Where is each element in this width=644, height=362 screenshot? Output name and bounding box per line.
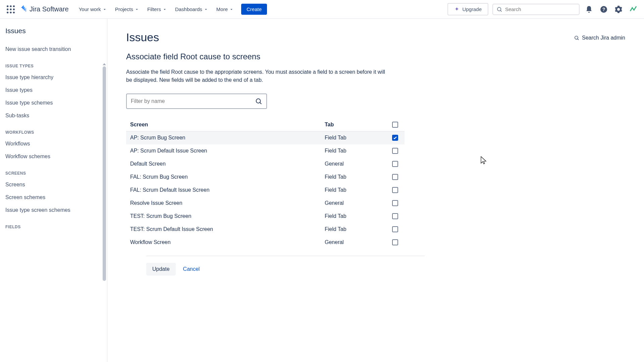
sidebar-item-workflows[interactable]: Workflows [0, 137, 107, 150]
sidebar-title: Issues [0, 27, 107, 43]
table-row: FAL: Scrum Default Issue ScreenField Tab [126, 184, 405, 197]
nav-item-more[interactable]: More [213, 4, 237, 14]
table-row: Resolve Issue ScreenGeneral [126, 197, 405, 210]
nav-label: Projects [115, 6, 133, 12]
cell-screen: TEST: Scrum Default Issue Screen [130, 226, 325, 232]
sparkle-icon [454, 7, 460, 12]
top-nav: Jira Software Your workProjectsFiltersDa… [0, 0, 644, 19]
chevron-down-icon [135, 7, 139, 12]
sidebar-group-issue-types: Issue types [0, 56, 107, 71]
settings-icon[interactable] [613, 4, 624, 15]
cell-tab: Field Tab [325, 148, 382, 154]
sidebar-group-screens: Screens [0, 163, 107, 178]
nav-item-dashboards[interactable]: Dashboards [172, 4, 212, 14]
scroll-up-icon[interactable] [102, 62, 106, 66]
cell-tab: General [325, 200, 382, 206]
notifications-icon[interactable] [584, 4, 594, 15]
page-title: Issues [126, 31, 625, 44]
search-icon[interactable] [255, 98, 262, 105]
row-checkbox[interactable] [392, 239, 398, 245]
main-content: Search Jira admin Issues Associate field… [107, 19, 644, 362]
quickstart-icon[interactable] [628, 4, 639, 15]
svg-line-10 [500, 10, 502, 12]
svg-point-8 [13, 11, 15, 13]
svg-point-0 [7, 5, 8, 7]
nav-label: Your work [79, 6, 101, 12]
svg-line-16 [260, 103, 262, 104]
sidebar-item-issue-type-hierarchy[interactable]: Issue type hierarchy [0, 71, 107, 84]
cell-tab: Field Tab [325, 213, 382, 219]
cell-screen: TEST: Scrum Bug Screen [130, 213, 325, 219]
sidebar-item-screens[interactable]: Screens [0, 178, 107, 191]
help-icon[interactable]: ? [598, 4, 609, 15]
svg-point-7 [10, 11, 11, 13]
nav-item-filters[interactable]: Filters [144, 4, 170, 14]
cell-screen: Resolve Issue Screen [130, 200, 325, 206]
admin-search-label: Search Jira admin [582, 35, 625, 41]
row-checkbox[interactable] [392, 148, 398, 154]
chevron-down-icon [229, 7, 234, 12]
page-description: Associate the field Root cause to the ap… [126, 68, 388, 84]
svg-point-4 [10, 8, 11, 10]
cell-tab: Field Tab [325, 174, 382, 180]
cancel-button[interactable]: Cancel [177, 263, 206, 276]
svg-point-6 [7, 11, 8, 13]
th-tab: Tab [325, 122, 382, 128]
nav-item-your-work[interactable]: Your work [75, 4, 110, 14]
scroll-thumb[interactable] [103, 66, 106, 281]
search-jira-admin[interactable]: Search Jira admin [574, 35, 625, 41]
sidebar-item-issue-type-schemes[interactable]: Issue type schemes [0, 97, 107, 109]
cell-tab: Field Tab [325, 226, 382, 232]
row-checkbox[interactable] [392, 161, 398, 167]
row-checkbox[interactable] [392, 135, 398, 141]
jira-logo[interactable]: Jira Software [19, 5, 69, 13]
svg-line-14 [578, 39, 579, 40]
cell-screen: AP: Scrum Bug Screen [130, 135, 325, 141]
table-row: FAL: Scrum Bug ScreenField Tab [126, 171, 405, 184]
sidebar-item-issue-type-screen-schemes[interactable]: Issue type screen schemes [0, 204, 107, 217]
table-row: Default ScreenGeneral [126, 158, 405, 171]
cell-screen: FAL: Scrum Bug Screen [130, 174, 325, 180]
sidebar-scrollbar[interactable] [102, 62, 107, 362]
sidebar-item-sub-tasks[interactable]: Sub-tasks [0, 109, 107, 122]
table-row: AP: Scrum Bug ScreenField Tab [126, 131, 405, 144]
row-checkbox[interactable] [392, 187, 398, 193]
svg-point-13 [575, 36, 578, 39]
th-screen: Screen [130, 122, 325, 128]
update-button[interactable]: Update [146, 263, 176, 276]
global-search-input[interactable] [505, 6, 576, 12]
topnav-right: Upgrade ? [447, 3, 639, 15]
chevron-down-icon [162, 7, 167, 12]
sidebar-link-new-issue-search[interactable]: New issue search transition [0, 43, 107, 56]
filter-input[interactable] [131, 98, 255, 104]
row-checkbox[interactable] [392, 200, 398, 206]
jira-logo-text: Jira Software [30, 5, 69, 13]
select-all-checkbox[interactable] [392, 122, 398, 128]
sidebar-item-screen-schemes[interactable]: Screen schemes [0, 191, 107, 204]
cell-screen: FAL: Scrum Default Issue Screen [130, 187, 325, 193]
cell-screen: Workflow Screen [130, 239, 325, 245]
nav-item-projects[interactable]: Projects [112, 4, 143, 14]
jira-logo-icon [19, 5, 28, 13]
create-button[interactable]: Create [241, 4, 267, 15]
nav-label: Dashboards [175, 6, 202, 12]
upgrade-button[interactable]: Upgrade [447, 3, 488, 15]
row-checkbox[interactable] [392, 226, 398, 232]
sidebar-item-workflow-schemes[interactable]: Workflow schemes [0, 150, 107, 163]
cell-screen: Default Screen [130, 161, 325, 167]
row-checkbox[interactable] [392, 174, 398, 180]
mouse-cursor [481, 156, 487, 166]
cell-tab: General [325, 161, 382, 167]
table-row: TEST: Scrum Bug ScreenField Tab [126, 210, 405, 223]
screens-table: Screen Tab AP: Scrum Bug ScreenField Tab… [126, 118, 405, 249]
app-switcher-icon[interactable] [5, 4, 16, 15]
global-search[interactable] [492, 4, 580, 15]
row-checkbox[interactable] [392, 213, 398, 219]
cell-tab: Field Tab [325, 187, 382, 193]
cell-screen: AP: Scrum Default Issue Screen [130, 148, 325, 154]
sidebar-item-issue-types[interactable]: Issue types [0, 84, 107, 97]
filter-by-name[interactable] [126, 94, 267, 109]
search-icon [574, 35, 579, 41]
sidebar-group-fields: Fields [0, 217, 107, 232]
chevron-down-icon [102, 7, 107, 12]
